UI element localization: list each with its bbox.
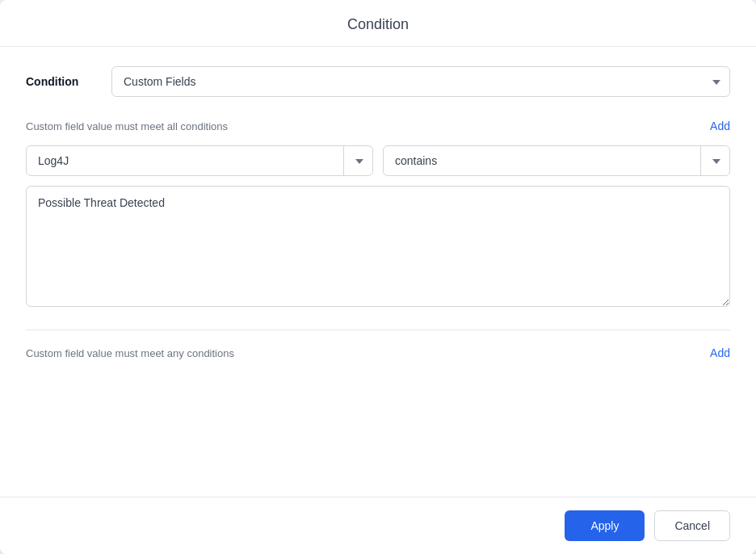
all-conditions-header: Custom field value must meet all conditi… [26,120,730,132]
condition-dropdown[interactable]: Custom Fields Status Priority Tags Assig… [111,66,730,97]
condition-dialog: Condition Condition Custom Fields Status… [0,0,756,554]
all-conditions-add-button[interactable]: Add [710,120,730,132]
apply-button[interactable]: Apply [565,510,645,541]
dialog-header: Condition [0,0,756,47]
value-textarea-wrapper: Possible Threat Detected [26,186,730,310]
condition-row: Condition Custom Fields Status Priority … [26,66,730,97]
field-select-divider [343,145,344,176]
all-conditions-section: Custom field value must meet all conditi… [26,120,730,317]
dialog-footer: Apply Cancel [0,497,756,554]
condition-field-label: Condition [26,75,99,88]
operator-select-divider [700,145,701,176]
any-conditions-header: Custom field value must meet any conditi… [26,346,730,359]
field-select-wrapper: Log4J [26,145,373,176]
value-textarea[interactable]: Possible Threat Detected [26,186,730,307]
dialog-title: Condition [347,16,409,32]
operator-select-wrapper: contains does not contain equals starts … [383,145,730,176]
any-conditions-description: Custom field value must meet any conditi… [26,347,234,359]
field-select[interactable]: Log4J [26,145,373,176]
all-conditions-description: Custom field value must meet all conditi… [26,120,228,132]
condition-select-wrapper: Custom Fields Status Priority Tags Assig… [111,66,730,97]
all-conditions-fields-row: Log4J contains does not contain equals s… [26,145,730,176]
any-conditions-section: Custom field value must meet any conditi… [26,329,730,372]
cancel-button[interactable]: Cancel [654,510,730,541]
operator-select[interactable]: contains does not contain equals starts … [383,145,730,176]
any-conditions-add-button[interactable]: Add [710,346,730,359]
dialog-body: Condition Custom Fields Status Priority … [0,47,756,497]
